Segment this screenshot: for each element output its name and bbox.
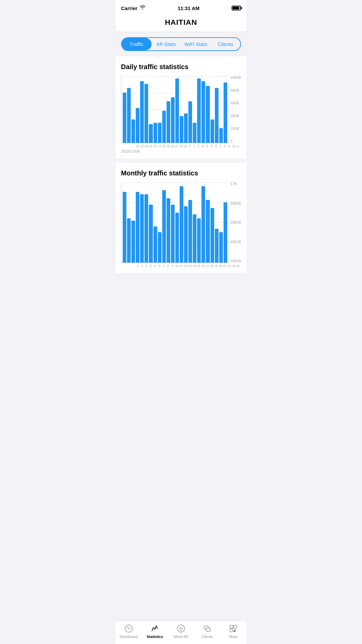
daily-bar-0 [123, 93, 126, 143]
daily-x-label: 16 [153, 145, 157, 148]
monthly-x-label: 19 [214, 264, 218, 268]
daily-x-label: 2 [197, 145, 200, 148]
daily-chart-left [121, 76, 229, 143]
monthly-bar-17 [197, 218, 201, 263]
daily-x-label: 13 [140, 145, 144, 148]
monthly-bar-8 [158, 232, 162, 263]
monthly-bar-13 [180, 186, 183, 263]
monthly-bar-7 [154, 226, 157, 263]
monthly-bar-3 [136, 192, 139, 263]
monthly-x-label: 1 [136, 264, 139, 268]
tab-wifi-stats[interactable]: WiFi Stats [181, 38, 211, 50]
status-time: 11:31 AM [178, 5, 199, 11]
daily-x-label: 20 [171, 145, 174, 148]
daily-bar-18 [201, 81, 205, 143]
monthly-y-label: 1TB [231, 182, 241, 186]
monthly-x-label: 9 [171, 264, 174, 268]
daily-bar-21 [215, 88, 219, 143]
wifi-status-icon [139, 5, 145, 11]
monthly-bars-area [121, 182, 229, 263]
daily-x-label: 19 [166, 145, 170, 148]
monthly-bar-12 [175, 213, 179, 263]
monthly-x-labels-inner: 123456789101112131415161718192021222324 [134, 264, 241, 268]
daily-bar-19 [206, 86, 209, 143]
daily-bar-chart [121, 76, 229, 143]
monthly-x-label: 21 [223, 264, 227, 268]
daily-x-label: 15 [149, 145, 153, 148]
monthly-x-label: 6 [158, 264, 161, 268]
daily-bar-11 [171, 97, 175, 143]
monthly-x-label: 20 [219, 264, 222, 268]
daily-x-label: 17 [158, 145, 161, 148]
carrier-label: Carrier [121, 5, 137, 11]
daily-bar-14 [184, 113, 188, 143]
daily-x-label: 1 [192, 145, 196, 148]
daily-x-label: 21 [175, 145, 179, 148]
monthly-bar-21 [215, 229, 219, 263]
daily-bar-12 [175, 78, 179, 143]
monthly-bar-4 [140, 194, 144, 263]
monthly-chart-container: 1TB800GB600GB400GB200GB 1234567891011121… [121, 182, 241, 268]
monthly-x-label: 17 [205, 264, 209, 268]
monthly-chart-left [121, 182, 229, 263]
monthly-x-label: 18 [210, 264, 214, 268]
daily-x-labels-inner: 12131415161718192021222301234567891011 [134, 145, 241, 148]
daily-bar-22 [219, 128, 223, 143]
monthly-y-label: 600GB [231, 221, 241, 224]
monthly-x-label: 12 [184, 264, 187, 268]
tab-clients[interactable]: Clients [211, 38, 241, 50]
daily-y-label: 60GB [231, 102, 241, 105]
tab-selector: Traffic AP Stats WiFi Stats Clients [121, 37, 241, 51]
monthly-bar-14 [184, 206, 188, 263]
daily-y-label: 80GB [231, 89, 241, 92]
daily-bar-8 [158, 123, 162, 143]
daily-y-label: 20GB [231, 127, 241, 130]
tab-ap-stats[interactable]: AP Stats [152, 38, 181, 50]
monthly-x-label: 15 [197, 264, 200, 268]
daily-traffic-section: Daily traffic statistics 1 [116, 56, 246, 159]
monthly-bar-23 [224, 202, 227, 263]
monthly-y-label: 200GB [231, 260, 241, 263]
daily-x-label: 6 [214, 145, 218, 148]
daily-x-label: 7 [219, 145, 222, 148]
daily-date-label: 2022/11/09 [121, 149, 241, 153]
daily-chart-row: 100GB80GB60GB40GB20GB0 [121, 76, 241, 143]
daily-y-axis: 100GB80GB60GB40GB20GB0 [231, 76, 241, 143]
monthly-x-label: 10 [175, 264, 179, 268]
daily-bar-15 [188, 101, 192, 143]
scroll-content: Daily traffic statistics 1 [116, 56, 246, 304]
monthly-x-labels: 123456789101112131415161718192021222324 [121, 264, 241, 268]
daily-x-label: 11 [236, 145, 240, 148]
monthly-x-label: 8 [166, 264, 170, 268]
monthly-x-label: 16 [201, 264, 205, 268]
daily-bar-17 [197, 78, 201, 143]
status-bar: Carrier 11:31 AM [116, 0, 246, 15]
monthly-bar-22 [219, 232, 223, 263]
daily-y-label: 100GB [231, 76, 241, 79]
daily-x-label: 14 [144, 145, 148, 148]
daily-bar-16 [193, 123, 196, 143]
monthly-chart-title: Monthly traffic statistics [121, 169, 241, 177]
daily-x-label: 22 [179, 145, 183, 148]
monthly-x-label: 24 [236, 264, 240, 268]
daily-y-label: 0 [231, 140, 241, 143]
tab-traffic[interactable]: Traffic [122, 38, 152, 50]
monthly-chart-row: 1TB800GB600GB400GB200GB [121, 182, 241, 263]
carrier-info: Carrier [121, 5, 145, 11]
daily-chart-container: 100GB80GB60GB40GB20GB0 12131415161718192… [121, 76, 241, 153]
monthly-x-label: 22 [227, 264, 231, 268]
daily-x-label: 8 [223, 145, 227, 148]
page-header: HAITIAN [116, 15, 246, 32]
monthly-traffic-section: Monthly traffic statistics [116, 163, 246, 273]
monthly-bar-5 [144, 194, 148, 263]
monthly-bar-6 [149, 205, 153, 263]
monthly-bar-0 [123, 192, 126, 263]
monthly-bar-10 [167, 198, 170, 263]
monthly-bar-1 [127, 218, 131, 263]
monthly-bar-16 [193, 214, 196, 263]
daily-bar-9 [162, 111, 166, 143]
daily-x-label: 3 [201, 145, 205, 148]
monthly-bar-19 [206, 200, 209, 263]
monthly-x-label: 23 [232, 264, 235, 268]
monthly-y-label: 400GB [231, 240, 241, 244]
